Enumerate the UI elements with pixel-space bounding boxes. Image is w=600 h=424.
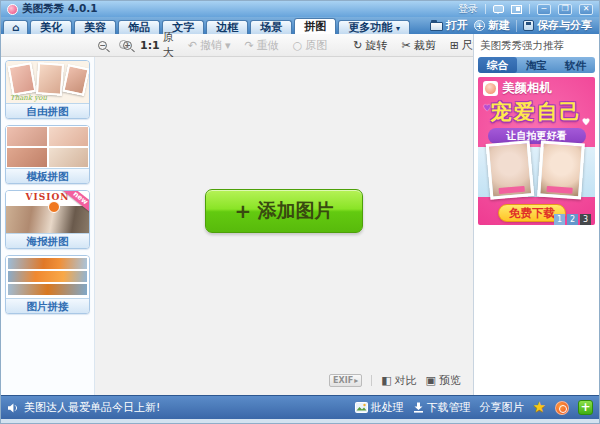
save-icon: [523, 20, 534, 31]
favorites-star-icon[interactable]: ★: [533, 400, 546, 415]
share-picture-button[interactable]: 分享图片: [480, 400, 524, 415]
folder-icon: [430, 22, 443, 31]
redo-button[interactable]: ↷ 重做: [244, 38, 278, 53]
beautycam-ad-banner[interactable]: 美颜相机 宠爱自己 ♥ ♥ 让自拍更好看 免费下载 1 2 3: [478, 77, 595, 225]
new-plus-icon: +: [474, 20, 485, 31]
tab-collage[interactable]: 拼图: [294, 18, 336, 34]
tab-beautify[interactable]: 美化: [30, 20, 72, 34]
batch-icon: [355, 402, 368, 413]
crop-label: 裁剪: [414, 38, 436, 53]
photo-cell: [48, 147, 90, 168]
quick-actions: 打开 + 新建 保存与分享: [430, 17, 597, 34]
sidebar-item-poster-collage[interactable]: VISION new 海报拼图: [5, 190, 90, 249]
status-message-area[interactable]: 美图达人最爱单品今日上新!: [7, 400, 160, 415]
canvas-toolbar: − + 1:1 原大 ↶ 撤销 ▾ ↷ 重做 ○ 原图 ↻ 旋转 ✂ 裁剪 ⊞ …: [1, 34, 473, 57]
photo-tag: [499, 186, 525, 194]
add-app-button[interactable]: +: [578, 400, 593, 415]
main-tab-bar: ⌂ 美化 美容 饰品 文字 边框 场景 拼图 更多功能 ▾ 打开 + 新建 保存…: [1, 17, 599, 34]
canvas-bottom-controls: EXIF ▸ ◧ 对比 ▣ 预览: [329, 373, 461, 388]
photo-strip: [8, 271, 87, 282]
sidebar-item-label: 图片拼接: [6, 298, 89, 313]
photo-cell: [48, 126, 90, 147]
ad-app-name: 美颜相机: [502, 80, 552, 97]
redo-icon: ↷: [244, 39, 253, 52]
original-label: 原图: [305, 38, 327, 53]
tab-scene[interactable]: 场景: [250, 20, 292, 34]
share-picture-label: 分享图片: [480, 400, 524, 415]
minimize-button[interactable]: ─: [537, 4, 551, 15]
maximize-button[interactable]: ❐: [558, 4, 572, 15]
download-manager-button[interactable]: 下载管理: [413, 400, 471, 415]
tab-more-features[interactable]: 更多功能 ▾: [338, 20, 410, 34]
preview-button[interactable]: ▣ 预览: [426, 373, 461, 388]
window-title: 美图秀秀 4.0.1: [22, 2, 98, 16]
tab-accessories[interactable]: 饰品: [118, 20, 160, 34]
zoom-ratio-label[interactable]: 1:1: [140, 39, 160, 52]
recommend-tab-software[interactable]: 软件: [556, 57, 595, 73]
title-bar: 美图秀秀 4.0.1 登录 ─ ❐ ✕: [1, 1, 599, 17]
ad-footer: 免费下载 1 2 3: [478, 197, 595, 225]
tab-more-label: 更多功能: [348, 21, 392, 34]
sidebar-item-label: 自由拼图: [6, 103, 89, 118]
zoom-in-icon[interactable]: +: [123, 41, 132, 50]
beautycam-logo-icon: [483, 81, 498, 96]
theme-icon[interactable]: [511, 5, 522, 14]
photo-strip: [8, 284, 87, 295]
recommend-tab-all[interactable]: 综合: [478, 57, 517, 73]
sidebar-item-label: 海报拼图: [6, 233, 89, 248]
add-picture-button[interactable]: + 添加图片: [205, 189, 363, 233]
login-link[interactable]: 登录: [458, 2, 478, 16]
download-icon: [413, 402, 424, 413]
new-button[interactable]: + 新建: [474, 18, 510, 33]
thumb-caption: Thank you: [10, 94, 47, 102]
status-bar: 美图达人最爱单品今日上新! 批处理 下载管理 分享图片: [1, 395, 599, 419]
zoom-original-label[interactable]: 原大: [163, 30, 174, 60]
sidebar-item-template-collage[interactable]: 模板拼图: [5, 125, 90, 184]
tab-retouch[interactable]: 美容: [74, 20, 116, 34]
editor-canvas: + 添加图片 EXIF ▸ ◧ 对比 ▣ 预览: [95, 57, 473, 395]
photo-snapshot: [36, 62, 64, 96]
tab-home[interactable]: ⌂: [3, 20, 28, 34]
preview-icon: ▣: [426, 374, 436, 387]
photo-cell: [6, 147, 48, 168]
sidebar-item-photo-stitch[interactable]: 图片拼接: [5, 255, 90, 314]
divider: [516, 20, 517, 32]
ad-header: 美颜相机: [478, 77, 595, 97]
compare-icon: ◧: [381, 374, 391, 387]
exif-arrow-icon: ▸: [354, 376, 358, 385]
sidebar-item-free-collage[interactable]: Thank you 自由拼图: [5, 60, 90, 119]
feedback-icon[interactable]: [493, 5, 504, 13]
after-photo: [537, 141, 585, 200]
save-share-button[interactable]: 保存与分享: [523, 18, 592, 33]
open-button[interactable]: 打开: [430, 18, 468, 33]
undo-icon: ↶: [188, 39, 197, 52]
save-share-label: 保存与分享: [537, 18, 592, 33]
original-image-button[interactable]: ○ 原图: [293, 38, 328, 53]
original-icon: ○: [293, 39, 303, 52]
plus-icon: +: [235, 199, 252, 223]
batch-process-button[interactable]: 批处理: [355, 400, 404, 415]
photo-strip: [8, 258, 87, 269]
tab-frame[interactable]: 边框: [206, 20, 248, 34]
divider: [485, 4, 486, 14]
compare-button[interactable]: ◧ 对比: [381, 373, 416, 388]
batch-process-label: 批处理: [371, 400, 404, 415]
zoom-out-icon[interactable]: −: [98, 41, 107, 50]
recommend-tab-taobao[interactable]: 淘宝: [517, 57, 556, 73]
redo-label: 重做: [257, 38, 279, 53]
weibo-icon[interactable]: [555, 401, 569, 415]
crop-button[interactable]: ✂ 裁剪: [402, 38, 436, 53]
exif-button[interactable]: EXIF ▸: [329, 374, 362, 387]
ad-page-2[interactable]: 2: [567, 214, 578, 225]
titlebar-controls: 登录 ─ ❐ ✕: [458, 2, 593, 16]
rotate-button[interactable]: ↻ 旋转: [353, 38, 387, 53]
close-button[interactable]: ✕: [579, 4, 593, 15]
undo-dropdown-icon[interactable]: ▾: [225, 39, 231, 52]
ad-page-3[interactable]: 3: [580, 214, 591, 225]
heart-icon: ♥: [483, 103, 491, 113]
recommend-tabs: 综合 淘宝 软件: [478, 57, 595, 73]
poster-photo-band: [6, 206, 89, 233]
ad-headline: 宠爱自己: [478, 98, 595, 126]
ad-page-1[interactable]: 1: [554, 214, 565, 225]
undo-button[interactable]: ↶ 撤销 ▾: [188, 38, 231, 53]
